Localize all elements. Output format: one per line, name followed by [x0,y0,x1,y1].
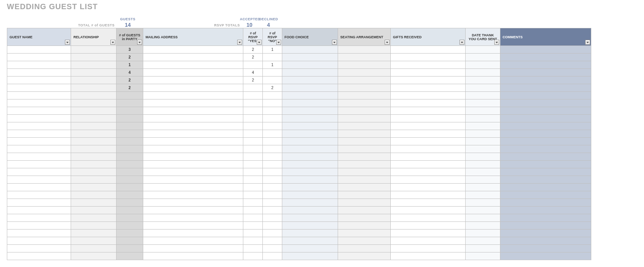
cell-relationship[interactable] [71,237,117,245]
cell-no[interactable] [263,230,282,237]
cell-guest-name[interactable] [7,84,71,92]
cell-gift[interactable] [390,99,466,107]
cell-no[interactable] [263,153,282,161]
cell-seat[interactable] [338,245,390,252]
table-row[interactable]: 22 [7,84,591,92]
cell-yes[interactable] [243,199,263,207]
cell-no[interactable] [263,69,282,77]
cell-thank[interactable] [466,61,500,69]
cell-gift[interactable] [390,245,466,252]
cell-thank[interactable] [466,46,500,54]
cell-gift[interactable] [390,161,466,168]
cell-guest-name[interactable] [7,107,71,115]
cell-party[interactable]: 1 [116,61,143,69]
cell-no[interactable] [263,145,282,153]
cell-food[interactable] [282,130,338,138]
cell-gift[interactable] [390,145,466,153]
table-row[interactable]: 11 [7,61,591,69]
cell-relationship[interactable] [71,138,117,145]
cell-relationship[interactable] [71,214,117,222]
cell-party[interactable] [116,199,143,207]
cell-guest-name[interactable] [7,176,71,184]
cell-comm[interactable] [500,138,591,145]
cell-comm[interactable] [500,46,591,54]
table-row[interactable] [7,92,591,99]
cell-seat[interactable] [338,99,390,107]
cell-comm[interactable] [500,84,591,92]
cell-gift[interactable] [390,61,466,69]
cell-party[interactable] [116,145,143,153]
cell-yes[interactable]: 4 [243,69,263,77]
table-row[interactable] [7,184,591,191]
table-row[interactable] [7,122,591,130]
cell-guest-name[interactable] [7,115,71,122]
cell-relationship[interactable] [71,84,117,92]
cell-food[interactable] [282,77,338,84]
cell-party[interactable] [116,214,143,222]
table-row[interactable] [7,138,591,145]
cell-seat[interactable] [338,214,390,222]
cell-mail[interactable] [143,46,243,54]
cell-no[interactable] [263,245,282,252]
cell-seat[interactable] [338,168,390,176]
cell-relationship[interactable] [71,69,117,77]
cell-thank[interactable] [466,252,500,260]
cell-no[interactable]: 2 [263,84,282,92]
cell-comm[interactable] [500,230,591,237]
cell-mail[interactable] [143,222,243,230]
cell-gift[interactable] [390,252,466,260]
cell-food[interactable] [282,138,338,145]
cell-yes[interactable]: 2 [243,54,263,61]
cell-relationship[interactable] [71,92,117,99]
cell-party[interactable]: 2 [116,84,143,92]
cell-thank[interactable] [466,99,500,107]
cell-thank[interactable] [466,84,500,92]
table-row[interactable] [7,168,591,176]
cell-thank[interactable] [466,245,500,252]
cell-yes[interactable] [243,237,263,245]
cell-thank[interactable] [466,92,500,99]
cell-mail[interactable] [143,207,243,214]
cell-gift[interactable] [390,107,466,115]
cell-mail[interactable] [143,184,243,191]
cell-relationship[interactable] [71,99,117,107]
cell-food[interactable] [282,69,338,77]
cell-seat[interactable] [338,61,390,69]
cell-gift[interactable] [390,214,466,222]
cell-party[interactable]: 2 [116,54,143,61]
cell-party[interactable] [116,230,143,237]
cell-comm[interactable] [500,207,591,214]
cell-no[interactable] [263,168,282,176]
cell-no[interactable] [263,237,282,245]
cell-relationship[interactable] [71,222,117,230]
cell-yes[interactable] [243,84,263,92]
cell-guest-name[interactable] [7,54,71,61]
table-row[interactable] [7,207,591,214]
cell-seat[interactable] [338,145,390,153]
table-row[interactable] [7,145,591,153]
cell-party[interactable] [116,245,143,252]
cell-gift[interactable] [390,84,466,92]
cell-gift[interactable] [390,153,466,161]
filter-icon[interactable] [332,40,337,45]
filter-icon[interactable] [460,40,464,45]
cell-mail[interactable] [143,130,243,138]
cell-mail[interactable] [143,191,243,199]
cell-food[interactable] [282,176,338,184]
cell-mail[interactable] [143,115,243,122]
cell-comm[interactable] [500,122,591,130]
cell-seat[interactable] [338,237,390,245]
cell-guest-name[interactable] [7,92,71,99]
cell-yes[interactable] [243,207,263,214]
cell-thank[interactable] [466,168,500,176]
cell-gift[interactable] [390,168,466,176]
table-row[interactable]: 22 [7,54,591,61]
cell-relationship[interactable] [71,245,117,252]
cell-food[interactable] [282,222,338,230]
cell-guest-name[interactable] [7,207,71,214]
cell-food[interactable] [282,245,338,252]
cell-yes[interactable] [243,184,263,191]
cell-food[interactable] [282,207,338,214]
cell-comm[interactable] [500,184,591,191]
cell-food[interactable] [282,252,338,260]
